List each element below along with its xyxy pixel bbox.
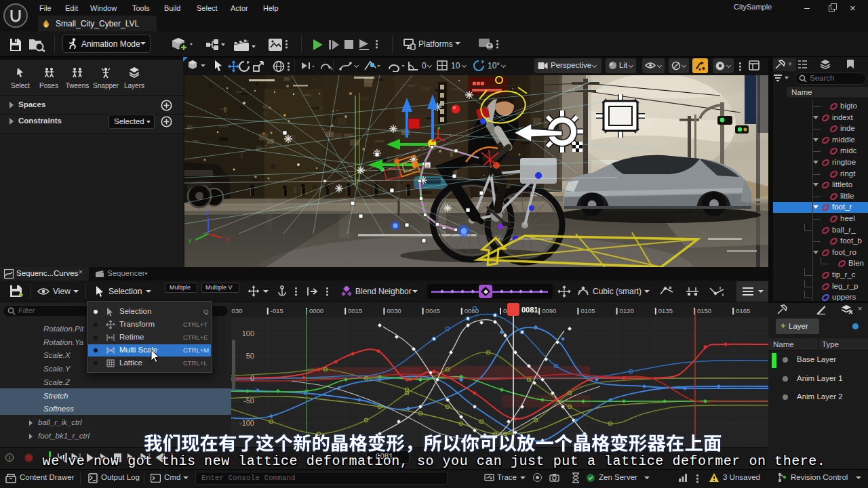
svg-text:-100: -100: [239, 419, 254, 427]
svg-text:0000: 0000: [309, 307, 323, 314]
svg-text:0081: 0081: [521, 306, 538, 314]
svg-text:0120: 0120: [620, 307, 634, 314]
svg-text:a: a: [426, 163, 429, 169]
svg-text:030: 030: [232, 307, 243, 314]
svg-text:X: X: [225, 236, 229, 243]
svg-text:0: 0: [250, 374, 254, 382]
svg-text:-50: -50: [243, 396, 254, 405]
svg-text:0045: 0045: [426, 307, 440, 314]
svg-text:Y: Y: [188, 238, 192, 245]
svg-text:-015: -015: [271, 307, 283, 314]
svg-text:0135: 0135: [658, 307, 673, 314]
svg-text:50: 50: [246, 352, 254, 360]
svg-text:0150: 0150: [697, 307, 711, 314]
svg-text:100: 100: [242, 329, 254, 338]
svg-text:0105: 0105: [580, 307, 595, 314]
svg-text:0015: 0015: [348, 307, 362, 314]
svg-text:0030: 0030: [387, 307, 401, 314]
svg-text:0165: 0165: [736, 307, 750, 314]
svg-text:Z: Z: [205, 209, 210, 216]
svg-text:0090: 0090: [542, 307, 556, 314]
